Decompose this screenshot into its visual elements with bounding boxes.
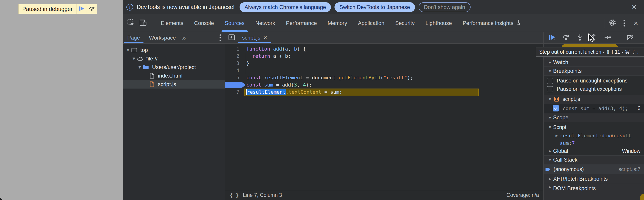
editor-lines: function add(a, b) { return a + b;}const…	[246, 45, 544, 96]
code-token: const	[246, 82, 264, 88]
xhr-breakpoints-label: XHR/fetch Breakpoints	[553, 176, 608, 182]
line-number[interactable]: 2	[226, 53, 242, 60]
line-number[interactable]: 3	[226, 60, 242, 67]
toggle-device-toolbar-button[interactable]	[138, 18, 148, 28]
code-token: );	[407, 75, 413, 80]
breakpoints-section[interactable]: ▼ Breakpoints	[544, 66, 644, 75]
var-name: resultElement	[560, 133, 598, 138]
pause-caught-checkbox[interactable]	[547, 86, 553, 92]
line-number[interactable]: 4	[226, 67, 242, 74]
close-devtools-button[interactable]: ×	[631, 18, 641, 28]
navigator-menu-button[interactable]	[215, 33, 225, 43]
navigator-tab-page[interactable]: Page	[123, 32, 144, 43]
resume-icon	[78, 5, 84, 12]
chevron-down-icon[interactable]: ▼	[131, 57, 137, 61]
tree-item-label: Users/user/project	[152, 64, 196, 70]
always-match-language-button[interactable]: Always match Chrome's language	[240, 2, 331, 12]
tab-memory[interactable]: Memory	[322, 14, 353, 32]
tab-application[interactable]: Application	[352, 14, 390, 32]
breakpoint-entry[interactable]: const sum = add(3, 4); 6	[544, 104, 644, 113]
code-line-2: return a + b;	[246, 53, 544, 60]
deactivate-breakpoints-button[interactable]	[626, 33, 634, 42]
scope-global-section[interactable]: ▶ Global Window	[544, 147, 644, 155]
tab-performance-insights[interactable]: Performance insights	[457, 14, 527, 32]
banner-resume-button[interactable]	[76, 4, 86, 14]
var-value-id: #result	[610, 133, 632, 138]
pause-uncaught-checkbox[interactable]	[547, 78, 553, 84]
call-stack-section[interactable]: ▼ Call Stack	[544, 155, 644, 164]
editor-tab-scriptjs[interactable]: script.js ×	[238, 32, 271, 43]
tab-network[interactable]: Network	[250, 14, 280, 32]
pretty-print-icon[interactable]: { }	[230, 192, 239, 198]
navigator-tab-workspace[interactable]: Workspace	[144, 32, 180, 43]
code-token: = document.	[303, 75, 339, 80]
code-token: (	[282, 46, 285, 52]
watch-section[interactable]: ▶ Watch	[544, 57, 644, 66]
chevron-down-icon[interactable]: ▼	[125, 48, 131, 52]
tab-lighthouse[interactable]: Lighthouse	[420, 14, 457, 32]
frame-location: script.js:7	[618, 166, 644, 172]
line-number[interactable]: 7	[226, 89, 242, 96]
tree-item-top[interactable]: ▼top	[123, 46, 225, 54]
js-file-icon	[553, 96, 560, 102]
scope-global-label: Global	[553, 148, 568, 154]
tree-item-label: script.js	[158, 81, 176, 87]
devtools-screenshot: Paused in debugger i DevTools is now ava…	[0, 0, 644, 200]
breakpoint-checkbox[interactable]	[553, 105, 559, 111]
line-number[interactable]: 1	[226, 45, 242, 53]
scope-script-section[interactable]: ▼ Script	[544, 123, 644, 131]
tree-item-users-user-project[interactable]: ▼Users/user/project	[123, 63, 225, 71]
xhr-breakpoints-section[interactable]: ▶ XHR/fetch Breakpoints	[544, 174, 644, 183]
tab-security[interactable]: Security	[390, 14, 420, 32]
resume-button[interactable]	[548, 33, 556, 42]
step-into-button[interactable]	[576, 33, 584, 42]
navigator-tabs: Page Workspace »	[123, 32, 225, 44]
toggle-navigator-button[interactable]	[226, 32, 238, 43]
webpage-overlay: Paused in debugger	[0, 0, 123, 200]
tab-console[interactable]: Console	[189, 14, 219, 32]
settings-button[interactable]	[608, 18, 618, 28]
inspect-element-button[interactable]	[126, 18, 136, 28]
tree-item-script-js[interactable]: script.js	[123, 80, 225, 89]
call-stack-frame[interactable]: (anonymous) script.js:7	[544, 164, 644, 174]
code-token: add	[273, 46, 282, 52]
breakpoint-marker[interactable]	[226, 82, 246, 88]
kebab-menu-icon	[220, 34, 221, 41]
code-token: ) {	[297, 46, 306, 52]
infobar-close-icon[interactable]: ×	[630, 3, 638, 11]
dont-show-again-button[interactable]: Don't show again	[418, 2, 470, 12]
scope-section[interactable]: ▼ Scope	[544, 113, 644, 122]
panel-left-toggle-icon	[228, 33, 236, 42]
code-token: .	[286, 89, 288, 95]
navigator-more-tabs-button[interactable]: »	[180, 34, 188, 41]
tab-performance[interactable]: Performance	[280, 14, 322, 32]
editor-gutter[interactable]: 1234567	[226, 45, 242, 96]
chevron-right-icon: ▶	[547, 185, 553, 189]
file-icon	[148, 72, 155, 79]
paused-banner-label: Paused in debugger	[19, 4, 76, 14]
code-editor[interactable]: 1234567 function add(a, b) { return a + …	[226, 44, 544, 190]
scope-var-resultelement[interactable]: ▶ resultElement: div#result	[544, 131, 644, 140]
tab-elements[interactable]: Elements	[156, 14, 189, 32]
more-options-button[interactable]	[619, 18, 629, 28]
breakpoint-line-number[interactable]: 6	[226, 81, 242, 89]
breakpoint-group-scriptjs[interactable]: ▼ script.js	[544, 95, 644, 104]
tree-item-index-html[interactable]: index.html	[123, 71, 225, 80]
banner-step-over-button[interactable]	[86, 4, 97, 14]
step-over-button[interactable]	[562, 33, 570, 42]
tree-item-file[interactable]: ▼file://	[123, 54, 225, 63]
line-number[interactable]: 5	[226, 74, 242, 81]
switch-devtools-japanese-button[interactable]: Switch DevTools to Japanese	[334, 2, 415, 12]
code-token: );	[306, 82, 312, 88]
tabbar-right-icons: ×	[603, 18, 644, 28]
dom-breakpoints-section[interactable]: ▶ DOM Breakpoints	[544, 183, 644, 200]
scope-label: Scope	[553, 114, 568, 121]
chevron-down-icon: ▼	[547, 158, 553, 162]
step-out-tooltip: Step out of current function - ⇧ F11 - ⌘…	[536, 47, 644, 57]
scope-var-sum[interactable]: sum: 7	[544, 140, 644, 147]
code-token: sum	[264, 82, 273, 88]
close-tab-icon[interactable]: ×	[264, 35, 267, 41]
step-button[interactable]	[604, 33, 612, 42]
tab-sources[interactable]: Sources	[219, 14, 250, 32]
chevron-down-icon[interactable]: ▼	[137, 65, 142, 69]
